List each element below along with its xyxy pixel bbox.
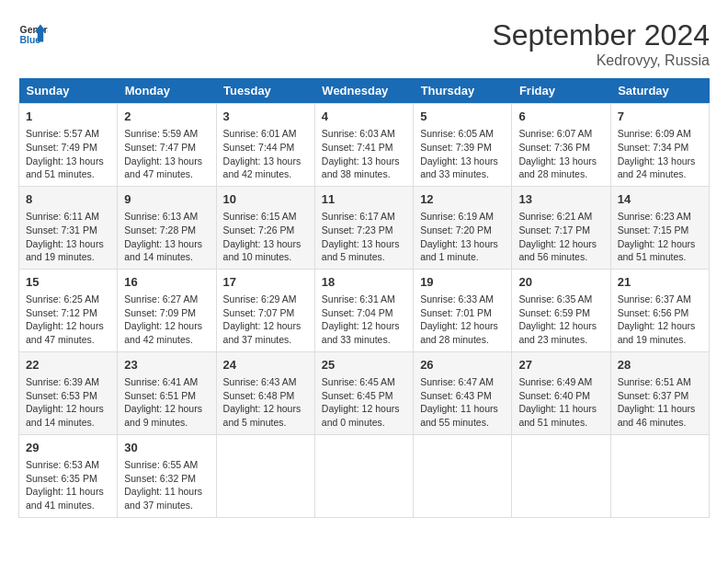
sunrise: Sunrise: 6:49 AM [518, 376, 592, 387]
sunset: Sunset: 6:37 PM [618, 390, 689, 401]
sunrise: Sunrise: 6:41 AM [124, 376, 198, 387]
calendar-cell: 17Sunrise: 6:29 AMSunset: 7:07 PMDayligh… [216, 269, 314, 351]
sunset: Sunset: 7:36 PM [518, 142, 590, 153]
sunrise: Sunrise: 6:11 AM [26, 211, 99, 222]
day-number: 10 [223, 191, 308, 208]
calendar-week-1: 1Sunrise: 5:57 AMSunset: 7:49 PMDaylight… [19, 104, 710, 187]
daylight: Daylight: 13 hours and 10 minutes. [223, 238, 301, 263]
calendar-cell: 26Sunrise: 6:47 AMSunset: 6:43 PMDayligh… [414, 351, 512, 434]
sunset: Sunset: 7:09 PM [124, 307, 196, 318]
sunset: Sunset: 7:20 PM [420, 224, 492, 236]
sunset: Sunset: 6:43 PM [420, 390, 492, 401]
daylight: Daylight: 13 hours and 19 minutes. [26, 238, 104, 263]
sunrise: Sunrise: 6:39 AM [26, 376, 99, 387]
calendar-cell: 6Sunrise: 6:07 AMSunset: 7:36 PMDaylight… [512, 104, 610, 187]
day-number: 11 [322, 191, 406, 208]
daylight: Daylight: 12 hours and 51 minutes. [618, 238, 696, 263]
calendar-cell: 9Sunrise: 6:13 AMSunset: 7:28 PMDaylight… [118, 186, 216, 269]
sunrise: Sunrise: 6:03 AM [322, 128, 395, 139]
sunset: Sunset: 7:15 PM [618, 224, 689, 236]
calendar-cell [512, 434, 610, 517]
header-row: Sunday Monday Tuesday Wednesday Thursday… [19, 78, 710, 104]
day-number: 23 [124, 357, 209, 373]
sunrise: Sunrise: 6:05 AM [420, 128, 494, 139]
sunrise: Sunrise: 6:09 AM [618, 128, 691, 139]
calendar-cell: 19Sunrise: 6:33 AMSunset: 7:01 PMDayligh… [414, 269, 512, 351]
sunset: Sunset: 7:41 PM [322, 142, 393, 153]
sunset: Sunset: 7:07 PM [223, 307, 295, 318]
sunrise: Sunrise: 6:33 AM [420, 293, 494, 304]
col-friday: Friday [512, 78, 610, 104]
sunrise: Sunrise: 6:37 AM [618, 293, 691, 304]
daylight: Daylight: 13 hours and 5 minutes. [322, 238, 400, 263]
sunset: Sunset: 7:01 PM [420, 307, 492, 318]
daylight: Daylight: 11 hours and 51 minutes. [518, 403, 597, 428]
daylight: Daylight: 13 hours and 42 minutes. [223, 155, 301, 180]
calendar-cell: 29Sunrise: 6:53 AMSunset: 6:35 PMDayligh… [19, 434, 118, 517]
sunrise: Sunrise: 6:21 AM [518, 211, 592, 222]
daylight: Daylight: 12 hours and 19 minutes. [618, 320, 696, 345]
day-number: 7 [618, 109, 702, 125]
calendar-cell: 18Sunrise: 6:31 AMSunset: 7:04 PMDayligh… [314, 269, 413, 351]
calendar-cell: 4Sunrise: 6:03 AMSunset: 7:41 PMDaylight… [314, 104, 413, 187]
sunrise: Sunrise: 6:17 AM [322, 211, 395, 222]
sunset: Sunset: 6:53 PM [26, 390, 97, 401]
sunset: Sunset: 7:23 PM [322, 224, 393, 236]
calendar-cell: 11Sunrise: 6:17 AMSunset: 7:23 PMDayligh… [314, 186, 413, 269]
sunset: Sunset: 6:48 PM [223, 390, 295, 401]
day-number: 19 [420, 274, 505, 291]
calendar-cell: 25Sunrise: 6:45 AMSunset: 6:45 PMDayligh… [314, 351, 413, 434]
day-number: 27 [518, 357, 603, 373]
sunrise: Sunrise: 6:55 AM [124, 459, 198, 470]
daylight: Daylight: 12 hours and 28 minutes. [420, 320, 498, 345]
daylight: Daylight: 13 hours and 51 minutes. [26, 155, 104, 180]
calendar-cell: 27Sunrise: 6:49 AMSunset: 6:40 PMDayligh… [512, 351, 610, 434]
sunrise: Sunrise: 5:57 AM [26, 128, 99, 139]
sunset: Sunset: 7:49 PM [26, 142, 97, 153]
calendar-cell [610, 434, 709, 517]
calendar-cell [314, 434, 413, 517]
calendar-cell: 12Sunrise: 6:19 AMSunset: 7:20 PMDayligh… [414, 186, 512, 269]
logo-icon: General Blue [18, 18, 48, 48]
sunrise: Sunrise: 5:59 AM [124, 128, 198, 139]
daylight: Daylight: 12 hours and 9 minutes. [124, 403, 202, 428]
day-number: 4 [322, 109, 406, 125]
daylight: Daylight: 13 hours and 38 minutes. [322, 155, 400, 180]
month-title: September 2024 [492, 18, 710, 52]
calendar-cell [414, 434, 512, 517]
sunset: Sunset: 7:31 PM [26, 224, 97, 236]
sunset: Sunset: 7:26 PM [223, 224, 295, 236]
sunrise: Sunrise: 6:47 AM [420, 376, 494, 387]
day-number: 8 [26, 191, 110, 208]
day-number: 28 [618, 357, 702, 373]
sunrise: Sunrise: 6:35 AM [518, 293, 592, 304]
sunrise: Sunrise: 6:43 AM [223, 376, 297, 387]
col-saturday: Saturday [610, 78, 709, 104]
sunset: Sunset: 6:45 PM [322, 390, 393, 401]
day-number: 12 [420, 191, 505, 208]
col-wednesday: Wednesday [314, 78, 413, 104]
sunset: Sunset: 7:39 PM [420, 142, 492, 153]
sunrise: Sunrise: 6:45 AM [322, 376, 395, 387]
calendar-cell: 14Sunrise: 6:23 AMSunset: 7:15 PMDayligh… [610, 186, 709, 269]
daylight: Daylight: 12 hours and 42 minutes. [124, 320, 202, 345]
col-thursday: Thursday [414, 78, 512, 104]
day-number: 13 [518, 191, 603, 208]
day-number: 3 [223, 109, 308, 125]
calendar-cell [216, 434, 314, 517]
day-number: 18 [322, 274, 406, 291]
day-number: 26 [420, 357, 505, 373]
calendar-cell: 3Sunrise: 6:01 AMSunset: 7:44 PMDaylight… [216, 104, 314, 187]
day-number: 24 [223, 357, 308, 373]
sunrise: Sunrise: 6:01 AM [223, 128, 297, 139]
sunset: Sunset: 6:32 PM [124, 473, 196, 484]
daylight: Daylight: 12 hours and 37 minutes. [223, 320, 301, 345]
daylight: Daylight: 11 hours and 41 minutes. [26, 486, 104, 511]
calendar-cell: 15Sunrise: 6:25 AMSunset: 7:12 PMDayligh… [19, 269, 118, 351]
daylight: Daylight: 12 hours and 23 minutes. [518, 320, 597, 345]
sunrise: Sunrise: 6:15 AM [223, 211, 297, 222]
calendar-cell: 22Sunrise: 6:39 AMSunset: 6:53 PMDayligh… [19, 351, 118, 434]
day-number: 14 [618, 191, 702, 208]
calendar-cell: 1Sunrise: 5:57 AMSunset: 7:49 PMDaylight… [19, 104, 118, 187]
day-number: 22 [26, 357, 110, 373]
